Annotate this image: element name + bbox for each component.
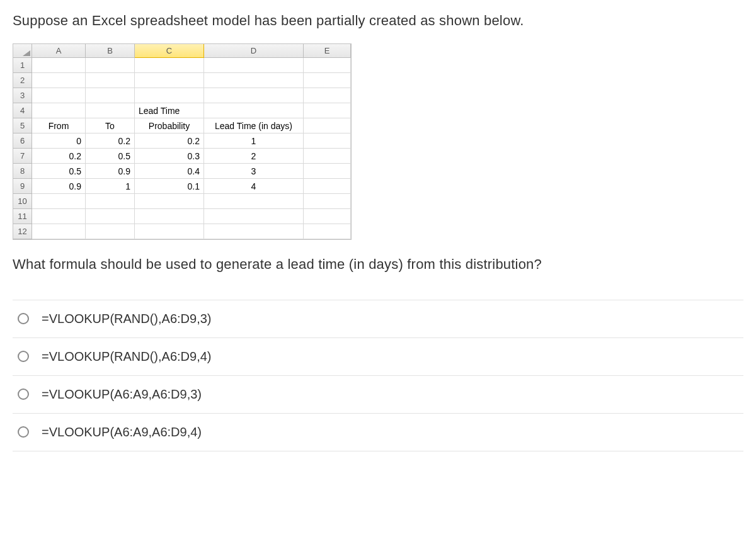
cell-C11[interactable] <box>135 209 204 224</box>
answer-option-label: =VLOOKUP(RAND(),A6:D9,4) <box>42 349 212 364</box>
cell-A2[interactable] <box>32 73 86 88</box>
cell-B6[interactable]: 0.2 <box>86 133 135 149</box>
col-header-C[interactable]: C <box>135 44 204 58</box>
cell-B7[interactable]: 0.5 <box>86 149 135 164</box>
cell-A3[interactable] <box>32 88 86 103</box>
cell-A12[interactable] <box>32 224 86 239</box>
cell-A7[interactable]: 0.2 <box>32 149 86 164</box>
cell-E7[interactable] <box>304 149 351 164</box>
col-header-E[interactable]: E <box>304 44 351 58</box>
cell-E6[interactable] <box>304 133 351 149</box>
cell-E3[interactable] <box>304 88 351 103</box>
row-header-11[interactable]: 11 <box>13 209 32 224</box>
cell-D7[interactable]: 2 <box>204 149 304 164</box>
radio-icon[interactable] <box>18 388 29 400</box>
cell-D8[interactable]: 3 <box>204 164 304 179</box>
answer-option-label: =VLOOKUP(A6:A9,A6:D9,4) <box>42 425 202 439</box>
row-header-9[interactable]: 9 <box>13 179 32 194</box>
cell-E1[interactable] <box>304 58 351 73</box>
cell-C10[interactable] <box>135 194 204 209</box>
cell-A1[interactable] <box>32 58 86 73</box>
cell-C9[interactable]: 0.1 <box>135 179 204 194</box>
row-header-10[interactable]: 10 <box>13 194 32 209</box>
cell-E12[interactable] <box>304 224 351 239</box>
cell-C5[interactable]: Probability <box>135 118 204 133</box>
cell-E9[interactable] <box>304 179 351 194</box>
cell-D5[interactable]: Lead Time (in days) <box>204 118 304 133</box>
select-all-corner[interactable] <box>13 44 32 58</box>
row-header-5[interactable]: 5 <box>13 118 32 133</box>
cell-E11[interactable] <box>304 209 351 224</box>
cell-C2[interactable] <box>135 73 204 88</box>
answer-option-label: =VLOOKUP(A6:A9,A6:D9,3) <box>42 387 202 402</box>
cell-A11[interactable] <box>32 209 86 224</box>
cell-C6[interactable]: 0.2 <box>135 133 204 149</box>
row-header-12[interactable]: 12 <box>13 224 32 239</box>
question-intro: Suppose an Excel spreadsheet model has b… <box>13 11 743 31</box>
row-header-8[interactable]: 8 <box>13 164 32 179</box>
cell-A8[interactable]: 0.5 <box>32 164 86 179</box>
spreadsheet: ABCDE1234Lead Time5FromToProbabilityLead… <box>13 43 352 240</box>
col-header-D[interactable]: D <box>204 44 304 58</box>
answer-option-3[interactable]: =VLOOKUP(A6:A9,A6:D9,3) <box>13 376 743 414</box>
row-header-4[interactable]: 4 <box>13 103 32 118</box>
cell-B5[interactable]: To <box>86 118 135 133</box>
cell-C4[interactable]: Lead Time <box>135 103 204 118</box>
cell-D4[interactable] <box>204 103 304 118</box>
answer-option-1[interactable]: =VLOOKUP(RAND(),A6:D9,3) <box>13 300 743 338</box>
question-ask: What formula should be used to generate … <box>13 255 743 275</box>
cell-B8[interactable]: 0.9 <box>86 164 135 179</box>
cell-A9[interactable]: 0.9 <box>32 179 86 194</box>
cell-D11[interactable] <box>204 209 304 224</box>
row-header-6[interactable]: 6 <box>13 133 32 149</box>
answer-option-2[interactable]: =VLOOKUP(RAND(),A6:D9,4) <box>13 338 743 376</box>
row-header-1[interactable]: 1 <box>13 58 32 73</box>
cell-B11[interactable] <box>86 209 135 224</box>
answer-option-label: =VLOOKUP(RAND(),A6:D9,3) <box>42 312 212 326</box>
cell-B10[interactable] <box>86 194 135 209</box>
cell-B9[interactable]: 1 <box>86 179 135 194</box>
radio-icon[interactable] <box>18 351 29 362</box>
cell-C8[interactable]: 0.4 <box>135 164 204 179</box>
cell-A10[interactable] <box>32 194 86 209</box>
cell-A4[interactable] <box>32 103 86 118</box>
cell-C3[interactable] <box>135 88 204 103</box>
cell-E4[interactable] <box>304 103 351 118</box>
cell-D1[interactable] <box>204 58 304 73</box>
cell-D9[interactable]: 4 <box>204 179 304 194</box>
row-header-7[interactable]: 7 <box>13 149 32 164</box>
radio-icon[interactable] <box>18 426 29 438</box>
cell-D3[interactable] <box>204 88 304 103</box>
cell-D2[interactable] <box>204 73 304 88</box>
cell-D12[interactable] <box>204 224 304 239</box>
cell-C1[interactable] <box>135 58 204 73</box>
row-header-2[interactable]: 2 <box>13 73 32 88</box>
cell-A5[interactable]: From <box>32 118 86 133</box>
cell-E5[interactable] <box>304 118 351 133</box>
cell-C7[interactable]: 0.3 <box>135 149 204 164</box>
cell-B1[interactable] <box>86 58 135 73</box>
cell-B2[interactable] <box>86 73 135 88</box>
cell-B3[interactable] <box>86 88 135 103</box>
cell-B12[interactable] <box>86 224 135 239</box>
col-header-A[interactable]: A <box>32 44 86 58</box>
cell-D10[interactable] <box>204 194 304 209</box>
cell-E8[interactable] <box>304 164 351 179</box>
row-header-3[interactable]: 3 <box>13 88 32 103</box>
col-header-B[interactable]: B <box>86 44 135 58</box>
cell-A6[interactable]: 0 <box>32 133 86 149</box>
cell-C12[interactable] <box>135 224 204 239</box>
answer-option-4[interactable]: =VLOOKUP(A6:A9,A6:D9,4) <box>13 414 743 451</box>
radio-icon[interactable] <box>18 313 29 324</box>
answer-options: =VLOOKUP(RAND(),A6:D9,3)=VLOOKUP(RAND(),… <box>13 300 743 451</box>
cell-D6[interactable]: 1 <box>204 133 304 149</box>
cell-E2[interactable] <box>304 73 351 88</box>
cell-E10[interactable] <box>304 194 351 209</box>
cell-B4[interactable] <box>86 103 135 118</box>
